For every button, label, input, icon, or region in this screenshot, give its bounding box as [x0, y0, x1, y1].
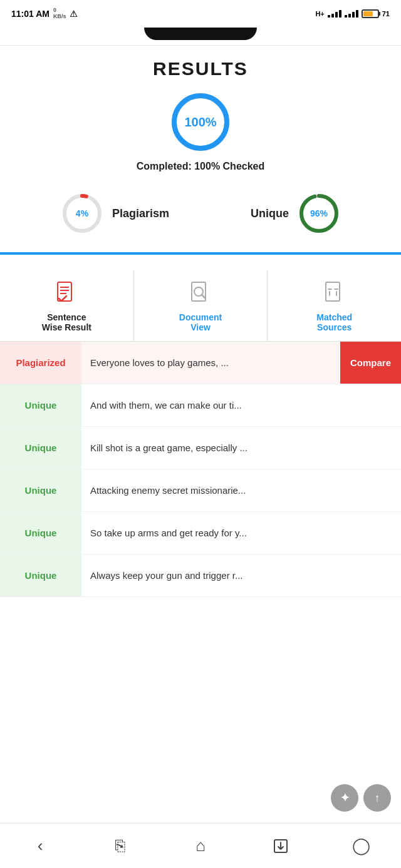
- table-row: Plagiarized Everyone loves to play games…: [0, 342, 401, 384]
- unique-badge-6: Unique: [0, 554, 81, 596]
- result-text-3: Kill shot is a great game, especially ..…: [81, 427, 401, 469]
- kb-display: 0KB/s: [53, 8, 66, 20]
- plagiarized-badge: Plagiarized: [0, 342, 81, 384]
- unique-badge-5: Unique: [0, 512, 81, 554]
- results-list: Plagiarized Everyone loves to play games…: [0, 342, 401, 597]
- status-bar: 11:01 AM 0KB/s ⚠ H+ 71: [0, 0, 401, 25]
- top-divider: [0, 45, 401, 46]
- tab-sentence[interactable]: SentenceWise Result: [0, 270, 134, 341]
- table-row: Unique Attacking enemy secret missionari…: [0, 469, 401, 512]
- book-icon: ⎘: [115, 836, 125, 855]
- table-row: Unique Always keep your gun and trigger …: [0, 554, 401, 597]
- compare-button[interactable]: Compare: [340, 342, 401, 384]
- battery-icon: [362, 9, 379, 18]
- result-text-5: So take up arms and get ready for y...: [81, 512, 401, 554]
- warning-icon: ⚠: [70, 9, 78, 19]
- unique-circle: 96%: [296, 191, 341, 236]
- result-text-6: Always keep your gun and trigger r...: [81, 554, 401, 596]
- stats-row: 4% Plagiarism Unique 96%: [0, 185, 401, 242]
- nav-download-button[interactable]: [262, 827, 299, 865]
- scroll-up-fab-button[interactable]: ↑: [363, 784, 391, 812]
- unique-badge-3: Unique: [0, 427, 81, 469]
- tab-bar: SentenceWise Result DocumentView Matched…: [0, 270, 401, 342]
- main-progress-circle: 100%: [169, 91, 232, 153]
- notch-area: [0, 25, 401, 45]
- notch: [144, 28, 257, 40]
- profile-icon: ◯: [352, 836, 370, 855]
- document-view-icon: [187, 280, 214, 307]
- blue-progress-bar: [0, 252, 401, 255]
- page-title: RESULTS: [0, 58, 401, 79]
- unique-value: 96%: [310, 208, 328, 218]
- unique-badge-4: Unique: [0, 469, 81, 511]
- result-text-4: Attacking enemy secret missionarie...: [81, 469, 401, 511]
- unique-stat: Unique 96%: [251, 191, 341, 236]
- tab-matched[interactable]: MatchedSources: [268, 270, 401, 341]
- svg-rect-13: [326, 282, 340, 301]
- signal-bars-2: [345, 10, 358, 18]
- nav-back-button[interactable]: ‹: [21, 827, 59, 865]
- table-row: Unique And with them, we can make our ti…: [0, 384, 401, 427]
- status-left: 11:01 AM 0KB/s ⚠: [11, 8, 78, 20]
- completed-text: Completed: 100% Checked: [0, 161, 401, 172]
- tab-document-label: DocumentView: [179, 312, 222, 332]
- unique-badge-2: Unique: [0, 384, 81, 426]
- sentence-icon: [53, 280, 80, 307]
- tab-matched-label: MatchedSources: [316, 312, 352, 332]
- signal-bars-1: [328, 10, 341, 18]
- matched-sources-icon: [321, 280, 348, 307]
- download-icon: [273, 838, 289, 854]
- main-progress-container: 100%: [0, 91, 401, 153]
- battery-percent: 71: [382, 10, 390, 18]
- table-row: Unique Kill shot is a great game, especi…: [0, 427, 401, 469]
- back-icon: ‹: [38, 836, 43, 855]
- plagiarism-stat: 4% Plagiarism: [60, 191, 169, 236]
- plagiarism-value: 4%: [76, 208, 88, 218]
- main-progress-label: 100%: [184, 115, 216, 130]
- home-icon: ⌂: [195, 836, 206, 855]
- result-text-1: Everyone loves to play games, ...: [81, 342, 340, 384]
- nav-book-button[interactable]: ⎘: [102, 827, 139, 865]
- tab-sentence-label: SentenceWise Result: [42, 312, 91, 332]
- time-display: 11:01 AM: [11, 9, 49, 19]
- table-row: Unique So take up arms and get ready for…: [0, 512, 401, 554]
- unique-label: Unique: [251, 207, 289, 220]
- nav-home-button[interactable]: ⌂: [182, 827, 219, 865]
- result-text-2: And with them, we can make our ti...: [81, 384, 401, 426]
- plagiarism-circle: 4%: [60, 191, 105, 236]
- tab-document[interactable]: DocumentView: [134, 270, 268, 341]
- plagiarism-label: Plagiarism: [112, 207, 169, 220]
- status-right: H+ 71: [315, 9, 390, 18]
- signal-h-icon: H+: [315, 10, 324, 18]
- nav-profile-button[interactable]: ◯: [342, 827, 380, 865]
- star-fab-button[interactable]: ✦: [331, 784, 358, 812]
- floating-buttons: ✦ ↑: [331, 784, 391, 812]
- bottom-nav: ‹ ⎘ ⌂ ◯: [0, 823, 401, 868]
